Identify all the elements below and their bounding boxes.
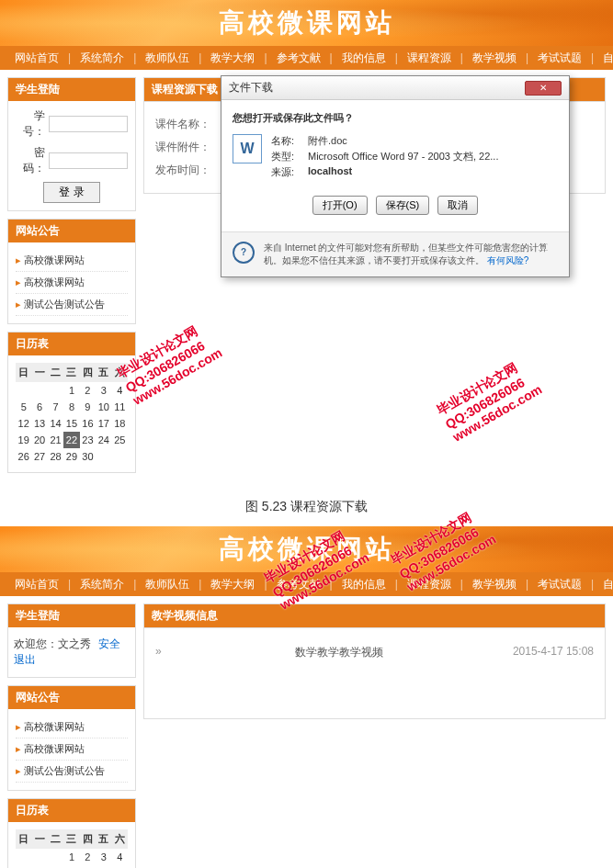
- cal-cell[interactable]: [16, 382, 31, 399]
- cal-cell[interactable]: 28: [48, 448, 63, 465]
- password-label: 密码：: [16, 145, 45, 176]
- nav-item[interactable]: 自我测试: [597, 51, 613, 66]
- cal-cell[interactable]: 2: [80, 382, 96, 399]
- nav-item[interactable]: 系统简介: [74, 577, 130, 592]
- cal-cell[interactable]: 12: [16, 415, 31, 432]
- nav-item[interactable]: 系统简介: [74, 51, 130, 66]
- nav-item[interactable]: 网站首页: [9, 51, 64, 66]
- cal-cell[interactable]: [31, 382, 47, 399]
- cal-cell[interactable]: 2: [80, 849, 96, 865]
- nav-item[interactable]: 参考文献: [271, 577, 326, 592]
- video-item[interactable]: 数学教学教学视频 2015-4-17 15:08: [155, 639, 594, 666]
- risk-link[interactable]: 有何风险?: [487, 255, 529, 265]
- announce-item[interactable]: 测试公告测试公告: [16, 294, 128, 316]
- cal-day-header: 六: [112, 829, 128, 849]
- cal-cell[interactable]: [48, 382, 63, 399]
- word-file-icon: W: [233, 134, 262, 163]
- cal-cell[interactable]: 22: [63, 432, 79, 448]
- cal-cell[interactable]: 25: [112, 432, 128, 448]
- announce-item[interactable]: 高校微课网站: [16, 738, 128, 761]
- cal-cell[interactable]: [112, 448, 128, 465]
- nav-item[interactable]: 教学视频: [467, 577, 522, 592]
- calendar-table: 日一二三四五六123456789101112131415161718192021…: [16, 363, 128, 465]
- figure-caption-1: 图 5.23 课程资源下载: [0, 488, 613, 526]
- nav-item[interactable]: 教师队伍: [140, 51, 195, 66]
- username-label: 学号：: [16, 108, 45, 140]
- cancel-button[interactable]: 取消: [437, 196, 478, 215]
- nav-item[interactable]: 考试试题: [532, 577, 587, 592]
- save-button[interactable]: 保存(S): [376, 196, 430, 215]
- cal-cell[interactable]: 15: [63, 415, 79, 432]
- cal-cell[interactable]: 21: [48, 432, 63, 448]
- open-button[interactable]: 打开(O): [312, 196, 368, 215]
- cal-cell[interactable]: 4: [112, 849, 128, 865]
- calendar-table: 日一二三四五六123456789101112131415161718192021…: [16, 829, 128, 868]
- cal-cell[interactable]: 6: [31, 399, 47, 415]
- cal-cell[interactable]: 29: [63, 448, 79, 465]
- nav-item[interactable]: 我的信息: [336, 577, 392, 592]
- cal-cell[interactable]: [96, 448, 111, 465]
- nav-bar: 网站首页|系统简介|教师队伍|教学大纲|参考文献|我的信息|课程资源|教学视频|…: [0, 572, 613, 596]
- nav-item[interactable]: 教学大纲: [205, 51, 260, 66]
- nav-item[interactable]: 课程资源: [402, 577, 457, 592]
- cal-cell[interactable]: 20: [31, 432, 47, 448]
- announce-item[interactable]: 高校微课网站: [16, 250, 128, 272]
- nav-item[interactable]: 网站首页: [9, 577, 64, 592]
- cal-cell[interactable]: 19: [16, 432, 31, 448]
- cal-cell[interactable]: 17: [96, 415, 111, 432]
- close-button[interactable]: ✕: [525, 81, 562, 96]
- cal-cell[interactable]: 23: [80, 432, 96, 448]
- cal-cell[interactable]: 3: [96, 849, 111, 865]
- cal-cell[interactable]: 1: [63, 382, 79, 399]
- nav-item[interactable]: 我的信息: [336, 51, 392, 66]
- dialog-titlebar: 文件下载 ✕: [221, 76, 569, 100]
- cal-cell[interactable]: 7: [48, 399, 63, 415]
- video-date: 2015-4-17 15:08: [513, 645, 594, 660]
- cal-day-header: 五: [96, 363, 111, 382]
- cal-cell[interactable]: 8: [63, 399, 79, 415]
- login-header: 学生登陆: [8, 604, 135, 627]
- nav-item[interactable]: 教学大纲: [205, 577, 260, 592]
- cal-cell[interactable]: 4: [112, 382, 128, 399]
- calendar-panel: 日历表 日一二三四五六12345678910111213141516171819…: [7, 798, 136, 868]
- nav-item[interactable]: 教学视频: [467, 51, 522, 66]
- nav-item[interactable]: 教师队伍: [140, 577, 195, 592]
- announce-list: 高校微课网站高校微课网站测试公告测试公告: [16, 250, 128, 316]
- cal-cell[interactable]: 24: [96, 432, 111, 448]
- cal-cell[interactable]: 13: [31, 415, 47, 432]
- banner: 高校微课网站: [0, 526, 613, 572]
- file-name-key: 名称:: [271, 134, 304, 148]
- cal-day-header: 一: [31, 363, 47, 382]
- announce-item[interactable]: 测试公告测试公告: [16, 761, 128, 783]
- cal-cell[interactable]: 30: [80, 448, 96, 465]
- cal-cell[interactable]: 11: [112, 399, 128, 415]
- cal-cell[interactable]: 27: [31, 448, 47, 465]
- cal-cell[interactable]: 18: [112, 415, 128, 432]
- cal-cell[interactable]: [48, 849, 63, 865]
- announce-item[interactable]: 高校微课网站: [16, 716, 128, 738]
- announce-item[interactable]: 高校微课网站: [16, 272, 128, 294]
- nav-item[interactable]: 考试试题: [532, 51, 587, 66]
- cal-cell[interactable]: 16: [80, 415, 96, 432]
- cal-cell[interactable]: 14: [48, 415, 63, 432]
- cal-cell[interactable]: [16, 849, 31, 865]
- cal-cell[interactable]: 9: [80, 399, 96, 415]
- main-content: 教学视频信息 数学教学教学视频 2015-4-17 15:08: [143, 603, 606, 868]
- nav-item[interactable]: 自我测试: [597, 577, 613, 592]
- cal-cell[interactable]: [31, 849, 47, 865]
- username-input[interactable]: [49, 116, 128, 132]
- section-video: 高校微课网站 网站首页|系统简介|教师队伍|教学大纲|参考文献|我的信息|课程资…: [0, 526, 613, 868]
- file-src-key: 来源:: [271, 165, 304, 179]
- announce-header: 网站公告: [8, 686, 135, 709]
- login-button[interactable]: 登 录: [43, 182, 99, 203]
- nav-item[interactable]: 参考文献: [271, 51, 326, 66]
- cal-cell[interactable]: 10: [96, 399, 111, 415]
- announce-panel: 网站公告 高校微课网站高校微课网站测试公告测试公告: [7, 685, 136, 791]
- password-input[interactable]: [49, 152, 128, 169]
- cal-cell[interactable]: 1: [63, 849, 79, 865]
- cal-cell[interactable]: 5: [16, 399, 31, 415]
- cal-cell[interactable]: 26: [16, 448, 31, 465]
- calendar-header: 日历表: [8, 799, 135, 822]
- cal-cell[interactable]: 3: [96, 382, 111, 399]
- nav-item[interactable]: 课程资源: [402, 51, 457, 66]
